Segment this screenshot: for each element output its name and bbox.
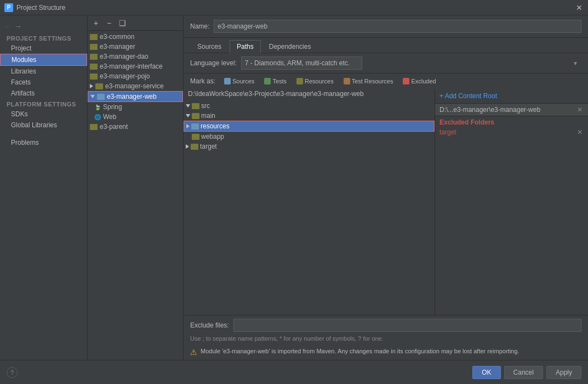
test-resources-color-dot <box>344 78 350 84</box>
folder-icon <box>192 134 199 140</box>
sources-content: D:\IdeaWorkSpace\e3-Project\e3-manager\e… <box>184 89 588 315</box>
help-button[interactable]: ? <box>7 367 18 378</box>
bottom-bar: ? OK Cancel Apply <box>0 360 588 384</box>
module-list: e3-common e3-manager e3-manager-dao e3-m… <box>88 31 183 360</box>
list-item[interactable]: e3-common <box>88 32 183 42</box>
warning-icon: ⚠ <box>190 348 197 357</box>
sidebar-item-label: Libraries <box>11 67 36 75</box>
chevron-down-icon <box>186 114 190 117</box>
remove-content-root-button[interactable]: ✕ <box>576 106 584 114</box>
tab-sources[interactable]: Sources <box>190 40 229 53</box>
ok-button[interactable]: OK <box>472 366 500 379</box>
add-module-button[interactable]: + <box>90 17 102 29</box>
list-item[interactable]: e3-manager-dao <box>88 52 183 61</box>
module-list-panel: + − ❏ e3-common e3-manager e3-manager-da… <box>88 15 184 360</box>
sidebar-item-libraries[interactable]: Libraries <box>0 66 87 77</box>
app-icon: P <box>4 3 13 12</box>
list-item[interactable]: e3-parent <box>88 122 183 132</box>
copy-module-button[interactable]: ❏ <box>116 17 128 29</box>
tree-item[interactable]: src <box>184 101 435 111</box>
cancel-button[interactable]: Cancel <box>504 366 543 379</box>
content-root-item: D:\...e3-manager\e3-manager-web ✕ <box>435 104 588 116</box>
exclude-files-input[interactable] <box>233 319 581 332</box>
mark-as-row: Mark as: Sources Tests Resources Test Re… <box>184 74 588 89</box>
platform-settings-label: Platform Settings <box>0 99 87 109</box>
sidebar-item-problems[interactable]: Problems <box>0 137 87 148</box>
forward-icon[interactable]: → <box>14 22 22 31</box>
bottom-left: ? <box>7 367 18 378</box>
mark-as-label: Mark as: <box>190 77 215 85</box>
folder-icon <box>90 54 98 60</box>
list-item[interactable]: e3-manager-pojo <box>88 71 183 81</box>
tree-item[interactable]: target <box>184 142 435 151</box>
exclude-files-hint: Use ; to separate name patterns, * for a… <box>184 335 588 344</box>
mark-resources-button[interactable]: Resources <box>293 77 337 86</box>
warning-text: Module 'e3-manager-web' is imported from… <box>201 347 519 355</box>
title-bar-title: Project Structure <box>16 4 65 12</box>
tab-paths[interactable]: Paths <box>230 40 261 53</box>
sidebar-item-sdks[interactable]: SDKs <box>0 109 87 120</box>
name-input[interactable] <box>214 20 581 33</box>
mark-excluded-button[interactable]: Excluded <box>399 77 439 86</box>
add-content-root-button[interactable]: + Add Content Root <box>435 89 588 104</box>
folder-icon <box>90 124 98 130</box>
tree-item[interactable]: main <box>184 111 435 121</box>
project-settings-label: Project Settings <box>0 33 87 43</box>
sidebar-item-label: Global Libraries <box>11 121 57 129</box>
list-item[interactable]: 🌐 Web <box>88 112 183 122</box>
list-item[interactable]: 🍃 Spring <box>88 102 183 112</box>
close-icon[interactable]: ✕ <box>575 3 584 12</box>
folder-icon <box>191 144 198 150</box>
module-label: e3-manager-interface <box>100 63 163 70</box>
sidebar-item-label: SDKs <box>11 110 28 118</box>
folder-icon <box>192 103 199 109</box>
folder-icon <box>90 64 98 70</box>
module-label: Web <box>103 113 116 121</box>
remove-excluded-button[interactable]: ✕ <box>576 128 584 136</box>
remove-module-button[interactable]: − <box>103 17 115 29</box>
bottom-right: OK Cancel Apply <box>472 366 581 379</box>
apply-button[interactable]: Apply <box>546 366 581 379</box>
exclude-files-row: Exclude files: <box>184 315 588 335</box>
sidebar-item-facets[interactable]: Facets <box>0 77 87 88</box>
back-icon[interactable]: ← <box>4 22 12 31</box>
chevron-down-icon <box>186 104 190 108</box>
sidebar-item-label: Project <box>11 44 31 52</box>
sidebar-item-label: Artifacts <box>11 89 35 97</box>
mark-tests-button[interactable]: Tests <box>261 77 290 86</box>
module-label: e3-manager-pojo <box>100 72 150 80</box>
name-label: Name: <box>190 22 209 30</box>
tree-item[interactable]: webapp <box>184 132 435 142</box>
folder-icon-blue <box>191 123 199 129</box>
list-item[interactable]: e3-manager-interface <box>88 61 183 71</box>
language-level-wrapper: 7 - Diamonds, ARM, multi-catch etc. ▼ <box>241 57 581 70</box>
folder-icon <box>95 83 103 89</box>
folder-icon <box>97 94 105 100</box>
mark-sources-button[interactable]: Sources <box>221 77 258 86</box>
chevron-right-icon <box>186 144 189 149</box>
list-item[interactable]: e3-manager-service <box>88 81 183 91</box>
list-item[interactable]: e3-manager <box>88 42 183 52</box>
sidebar-item-modules[interactable]: Modules <box>0 54 87 66</box>
sidebar-item-artifacts[interactable]: Artifacts <box>0 88 87 99</box>
chevron-right-icon <box>186 124 190 128</box>
tree-root-path: D:\IdeaWorkSpace\e3-Project\e3-manager\e… <box>184 89 435 99</box>
title-bar-left: P Project Structure <box>4 3 65 12</box>
sidebar-item-global-libraries[interactable]: Global Libraries <box>0 120 87 131</box>
title-bar: P Project Structure ✕ <box>0 0 588 15</box>
tree-item[interactable]: resources <box>184 121 435 132</box>
language-level-select[interactable]: 7 - Diamonds, ARM, multi-catch etc. <box>241 57 362 70</box>
mark-test-resources-button[interactable]: Test Resources <box>340 77 397 86</box>
excluded-item: target ✕ <box>435 127 588 137</box>
list-item[interactable]: e3-manager-web <box>88 91 183 102</box>
chevron-right-icon <box>90 84 93 88</box>
sidebar-item-label: Facets <box>11 78 31 86</box>
folder-icon <box>90 44 98 50</box>
chevron-down-icon <box>90 95 95 98</box>
folder-icon <box>90 34 98 40</box>
web-icon: 🌐 <box>94 114 101 120</box>
language-level-label: Language level: <box>190 59 237 67</box>
excluded-panel: + Add Content Root D:\...e3-manager\e3-m… <box>435 89 588 315</box>
sidebar-item-project[interactable]: Project <box>0 43 87 54</box>
tab-dependencies[interactable]: Dependencies <box>262 40 318 53</box>
